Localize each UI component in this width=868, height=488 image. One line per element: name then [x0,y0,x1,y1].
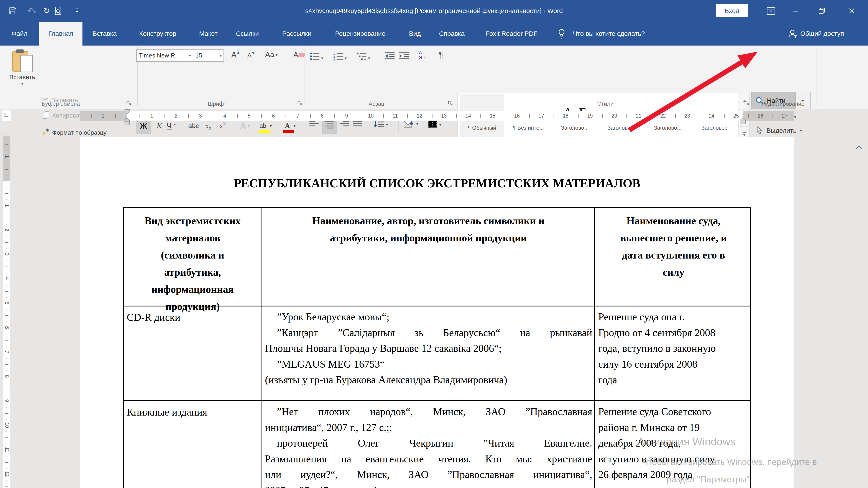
multilevel-list-button[interactable]: ▾ [357,52,370,61]
ruler-dot [231,116,231,116]
ruler-number: 2 [4,226,10,233]
style-name: Заголово... [599,125,643,131]
ruler-tick [554,114,554,118]
tab-конструктор[interactable]: Конструктор [139,22,176,45]
header-line: дата вступления его в [595,247,752,263]
ruler-dot [6,456,7,457]
bullets-button[interactable]: ▾ [310,52,323,61]
tab-foxit reader pdf[interactable]: Foxit Reader PDF [486,22,537,45]
ruler-tick [5,340,8,340]
show-paragraph-marks-button[interactable]: ¶ [439,50,443,60]
cell-line: ”MEGAUS MEG 16753“ [265,356,592,372]
minimize-button[interactable] [785,0,805,22]
redo-icon[interactable]: ↻ [39,6,54,15]
header-line: атрибутика, [124,263,261,281]
ruler-dot [6,224,7,225]
ruler-tick [748,114,749,118]
style-name: Заголовок [692,125,736,131]
table-cell-name: ”Нет плохих народов“, Минск, ЗАО ”Правос… [261,401,595,488]
tab-рецензирование[interactable]: Рецензирование [335,22,385,45]
font-group-label: Шрифт [208,100,226,107]
change-case-button[interactable]: Aa▾ [265,50,278,59]
ruler-dot [292,116,292,116]
tab-вид[interactable]: Вид [409,22,421,45]
cell-line: Размышления на евангельские чтения. Кто … [265,451,592,467]
ruler-dot [279,116,280,116]
ruler-dot [6,407,7,408]
copy-button[interactable]: Копировать [42,111,85,119]
ruler-dot [523,116,524,116]
sign-in-button[interactable]: Вход [716,4,748,18]
tell-me-box[interactable]: Что вы хотите сделать? [573,22,645,45]
ruler-dot [352,116,353,116]
restore-button[interactable] [812,0,832,22]
ruler-dot [426,116,426,116]
numbering-button[interactable]: 123 ▾ [333,52,347,61]
tell-me-lightbulb-icon [557,29,566,39]
paragraph-dialog-launcher-icon[interactable] [447,100,453,106]
ruler-dot [413,116,414,116]
ruler-dot [6,212,7,212]
ruler-number: 9 [4,397,10,404]
font-name-combo[interactable]: Times New R▾ [136,50,193,62]
ruler-dot [6,236,7,237]
ruler-tick [407,114,408,118]
select-button[interactable]: Выделить ▾ [756,126,802,135]
save-icon[interactable] [9,7,24,15]
document-page[interactable]: РЕСПУБЛИКАНСКИЙ СПИСОК ЭКСТРЕМИСТСКИХ МА… [80,137,794,488]
share-button[interactable]: Общий доступ [800,22,844,45]
indent-markers[interactable] [124,109,130,125]
tab-ссылки[interactable]: Ссылки [236,22,259,45]
ruler-dot [6,273,7,273]
tab-главная[interactable]: Главная [49,22,73,45]
ruler-tick [359,114,359,118]
ruler-dot [316,116,317,116]
cell-line: Книжные издания [127,404,259,420]
tab-справка[interactable]: Справка [439,22,465,45]
ruler-dot [194,116,195,116]
close-button[interactable] [842,0,862,22]
table-cell-court: Решение суда она г.Гродно от 4 сентября … [595,306,752,400]
tab-stop-selector[interactable] [2,110,11,121]
ruler-number: 15 [490,113,495,119]
ruler-number: 12 [4,470,10,478]
tab-вставка[interactable]: Вставка [92,22,117,45]
ruler-dot [6,285,7,286]
ruler-tick [334,114,335,118]
cell-line: ”Нет плохих народов“, Минск, ЗАО ”Правос… [265,404,592,420]
svg-text:3: 3 [333,58,335,61]
header-line: силу [595,263,752,281]
header-line: информационная [124,281,261,298]
right-indent-marker[interactable] [740,117,746,125]
paste-button[interactable]: Вставить ▾ [8,48,37,102]
grow-font-button[interactable]: A▲ [231,50,240,59]
ribbon-display-options-icon[interactable] [761,0,781,22]
ruler-tick [724,114,724,118]
ruler-dot [85,116,86,116]
decrease-indent-button[interactable] [384,52,395,61]
ruler-number: 6 [272,113,275,119]
tab-файл[interactable]: Файл [11,22,28,45]
cell-line: инициатива“, 2007 г., 127 с.;; [265,420,592,435]
ruler-tick [5,266,8,267]
clear-formatting-button[interactable]: A [293,50,305,59]
shrink-font-button[interactable]: A▼ [247,51,255,59]
increase-indent-button[interactable] [399,52,409,61]
styles-dialog-launcher-icon[interactable] [744,100,749,106]
clipboard-dialog-launcher-icon[interactable] [126,100,131,106]
format-painter-button[interactable]: Формат по образцу [41,128,106,136]
ruler-number: 22 [660,113,666,119]
undo-icon[interactable]: ↶▾ [24,6,39,15]
tab-макет[interactable]: Макет [199,22,218,45]
tab-рассылки[interactable]: Рассылки [282,22,312,45]
print-preview-icon[interactable] [54,7,69,15]
ruler-tick [456,114,457,118]
ruler-dot [6,480,7,481]
eraser-icon [298,53,306,57]
sort-button[interactable]: А Я ↓ [419,50,426,60]
collapse-ribbon-icon[interactable] [856,145,863,150]
cell-line: ”Урок Беларускае мовы“; [265,309,592,325]
font-size-combo[interactable]: 15▾ [193,50,224,62]
customize-toolbar-icon[interactable]: ▾ [69,8,85,14]
font-dialog-launcher-icon[interactable] [297,100,303,106]
